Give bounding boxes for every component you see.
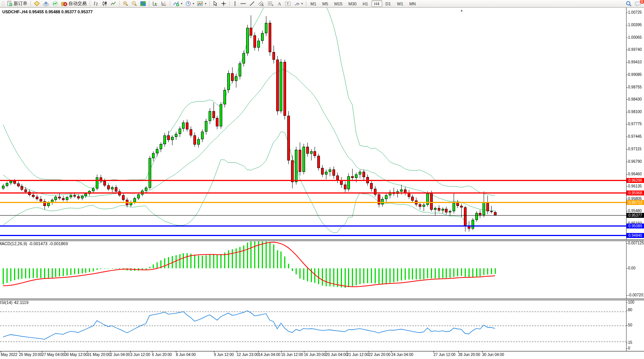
price-tick-label: 0.97445 <box>628 134 642 139</box>
indicator-tick-label: 0.007125 <box>628 241 644 245</box>
time-axis-border <box>0 351 644 351</box>
time-axis-label: May 2022 <box>1 353 17 357</box>
price-badge-096296: 0.96296 <box>627 178 644 183</box>
price-tick-mark <box>626 124 628 124</box>
time-axis-label: 20 Jun 04:00 <box>326 353 348 357</box>
price-tick-label: 0.96790 <box>628 159 642 164</box>
price-badge-095089: 0.95089 <box>627 224 644 228</box>
price-badge-095713: 0.95713 <box>627 200 644 205</box>
price-tick-mark <box>626 50 628 50</box>
time-axis-label: 30 May 12:00 <box>65 353 88 357</box>
price-tick-label: 0.96460 <box>628 172 642 176</box>
price-tick-label: 0.99740 <box>628 47 642 52</box>
price-badge-095968: 0.95968 <box>627 191 644 195</box>
price-tick-mark <box>626 174 628 175</box>
time-axis-label: 8 Jun 04:00 <box>176 353 196 357</box>
price-tick-mark <box>626 62 628 63</box>
price-tick-mark <box>626 75 628 75</box>
indicator-tick-label: 100 <box>628 300 635 304</box>
macd-indicator-label: MACD(12,26,9)-0.001473-0.001869 <box>0 241 70 246</box>
indicator-tick-label: 0.00 <box>628 266 635 270</box>
horizontal-level-line-094840[interactable] <box>0 235 626 236</box>
chart-plot-area[interactable] <box>0 0 644 359</box>
rsi-name: RSI(14) <box>0 300 13 305</box>
macd-pane-separator[interactable] <box>0 239 644 241</box>
time-axis-label: 9 Jun 12:00 <box>214 353 234 357</box>
price-tick-mark <box>626 13 628 13</box>
price-tick-mark <box>626 211 628 211</box>
horizontal-level-line-095968[interactable] <box>0 192 626 194</box>
price-tick-label: 1.00065 <box>628 35 642 39</box>
macd-signal-value: -0.001869 <box>49 241 68 246</box>
indicator-tick-mark <box>626 302 628 303</box>
price-tick-label: 0.96135 <box>628 184 642 188</box>
price-tick-label: 0.97115 <box>628 147 641 151</box>
terminal-window: 新订单 自动交易 ▾ ▾ ▾ E F A <box>0 0 644 359</box>
time-axis-label: 22 Jun 20:00 <box>369 353 391 357</box>
price-badge-095377: 0.95377 <box>627 213 644 218</box>
time-axis-label: 3 Jun 12:00 <box>130 353 150 357</box>
time-axis-label: 31 May 20:00 <box>87 353 111 357</box>
indicator-tick-mark <box>626 325 628 326</box>
price-tick-label: 0.99085 <box>628 72 642 77</box>
indicator-tick-mark <box>626 343 628 343</box>
indicator-tick-label: 15 <box>628 340 632 345</box>
price-tick-label: 0.99410 <box>628 60 642 64</box>
time-axis-label: 30 Jun 04:00 <box>482 353 504 357</box>
price-tick-mark <box>626 162 628 162</box>
rsi-pane-separator[interactable] <box>0 299 644 300</box>
price-tick-mark <box>626 112 628 112</box>
time-axis-label: 12 Jun 23:00 <box>237 353 259 357</box>
chart-title: USDCHF-,H4 0.95455 0.95488 0.95377 0.953… <box>2 9 93 14</box>
time-axis-label: 24 Jun 04:00 <box>391 353 413 357</box>
horizontal-level-line-096296[interactable] <box>0 180 626 181</box>
time-axis-label: 14 Jun 04:00 <box>258 353 280 357</box>
price-tick-mark <box>626 137 628 137</box>
indicator-tick-mark <box>626 295 628 296</box>
time-axis-label: 28 Jun 20:00 <box>458 353 480 357</box>
indicator-tick-label: 50 <box>628 323 632 327</box>
price-badge-094840: 0.94840 <box>627 233 644 238</box>
indicator-tick-label: -0.007201 <box>628 293 644 297</box>
chart-shift-marker[interactable]: ▲ <box>460 9 463 12</box>
price-tick-mark <box>626 199 628 199</box>
indicator-tick-mark <box>626 348 628 349</box>
macd-name: MACD(12,26,9) <box>0 241 27 246</box>
time-axis-label: 16 Jun 20:00 <box>304 353 326 357</box>
horizontal-level-line-095713[interactable] <box>0 202 626 203</box>
indicator-tick-label: 80 <box>628 308 632 312</box>
price-tick-label: 1.00395 <box>628 23 642 27</box>
rsi-indicator-label: RSI(14)42.1119 <box>0 300 30 305</box>
price-tick-label: 0.98430 <box>628 97 642 101</box>
time-axis-label: 27 May 04:00 <box>42 353 65 357</box>
price-tick-mark <box>626 186 628 187</box>
price-tick-mark <box>626 149 628 150</box>
indicator-tick-mark <box>626 268 628 269</box>
indicator-tick-mark <box>626 310 628 310</box>
rsi-value: 42.1119 <box>14 300 28 305</box>
price-tick-label: 0.98755 <box>628 85 642 89</box>
time-axis-label: 15 Jun 12:00 <box>281 353 303 357</box>
horizontal-level-line-095089[interactable] <box>0 225 626 227</box>
indicator-tick-label: 0 <box>628 346 630 350</box>
price-tick-mark <box>626 25 628 25</box>
horizontal-level-line-095377[interactable] <box>0 215 626 216</box>
price-tick-mark <box>626 99 628 100</box>
price-tick-label: 1.00725 <box>628 10 642 14</box>
time-axis-label: 25 May 20:00 <box>19 353 42 357</box>
time-axis-label: 21 Jun 12:00 <box>347 353 369 357</box>
price-tick-mark <box>626 87 628 88</box>
price-tick-label: 0.97775 <box>628 122 642 126</box>
time-axis-label: 27 Jun 12:00 <box>434 353 456 357</box>
indicator-tick-mark <box>626 243 628 244</box>
price-tick-mark <box>626 38 628 38</box>
macd-value: -0.001473 <box>28 241 47 246</box>
time-axis-label: 2 Jun 04:00 <box>110 353 130 357</box>
price-tick-label: 0.98100 <box>628 110 642 114</box>
time-axis-label: 6 Jun 20:00 <box>152 353 172 357</box>
